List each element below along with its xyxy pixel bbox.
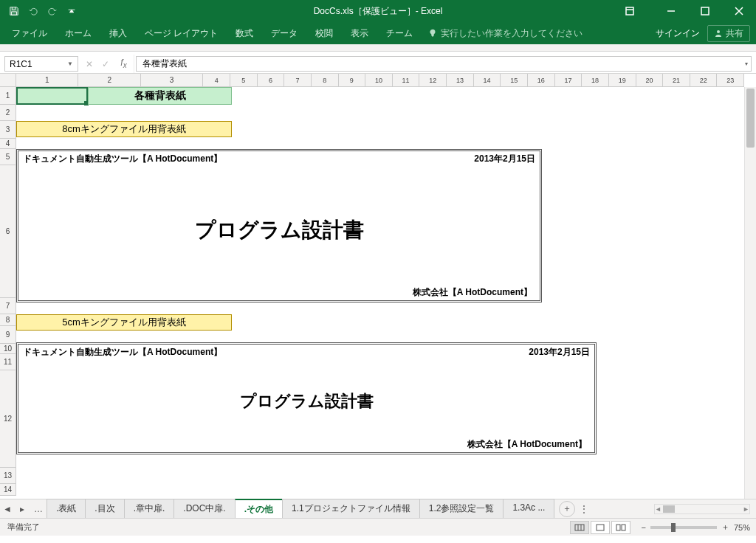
- row-header[interactable]: 1: [0, 87, 16, 105]
- sheet-tab[interactable]: .DOC中扉.: [173, 499, 235, 519]
- zoom-out-button[interactable]: −: [642, 523, 646, 532]
- doc8-company: 株式会社【A HotDocument】: [413, 286, 532, 299]
- column-header[interactable]: 15: [501, 74, 528, 86]
- title-cell[interactable]: 各種背表紙: [88, 87, 232, 105]
- scroll-thumb[interactable]: [746, 89, 755, 148]
- cancel-icon[interactable]: ✕: [81, 55, 97, 73]
- tab-insert[interactable]: 挿入: [100, 23, 136, 44]
- sign-in-link[interactable]: サインイン: [656, 27, 700, 40]
- row-header[interactable]: 14: [0, 484, 16, 496]
- view-normal-button[interactable]: [570, 521, 589, 534]
- row-header[interactable]: 6: [0, 165, 16, 298]
- new-sheet-button[interactable]: ＋: [559, 501, 575, 517]
- selected-cell[interactable]: [16, 87, 88, 105]
- row-header[interactable]: 3: [0, 121, 16, 139]
- column-header[interactable]: 22: [690, 74, 718, 86]
- column-header[interactable]: 20: [636, 74, 664, 86]
- view-page-break-button[interactable]: [611, 521, 630, 534]
- zoom-slider[interactable]: [650, 526, 717, 529]
- sheet-tab[interactable]: .その他: [235, 499, 283, 519]
- column-header[interactable]: 16: [528, 74, 555, 86]
- redo-icon[interactable]: [44, 3, 61, 19]
- tab-overflow-left[interactable]: …: [34, 504, 43, 514]
- close-button[interactable]: [722, 0, 756, 22]
- horizontal-scrollbar[interactable]: ◄►: [654, 504, 750, 514]
- column-header[interactable]: 10: [365, 74, 393, 86]
- row-header[interactable]: 10: [0, 344, 16, 354]
- maximize-button[interactable]: [688, 0, 722, 22]
- column-header[interactable]: 12: [419, 74, 447, 86]
- column-header[interactable]: 21: [663, 74, 690, 86]
- column-header[interactable]: 2: [78, 74, 140, 86]
- tab-page-layout[interactable]: ページ レイアウト: [136, 23, 227, 44]
- select-all-button[interactable]: [0, 74, 16, 87]
- undo-icon[interactable]: [25, 3, 41, 19]
- column-header[interactable]: 13: [447, 74, 474, 86]
- view-page-layout-button[interactable]: [591, 521, 610, 534]
- row-header[interactable]: 4: [0, 139, 16, 149]
- ribbon-display-options-icon[interactable]: [613, 0, 647, 22]
- column-header[interactable]: 9: [339, 74, 366, 86]
- enter-icon[interactable]: ✓: [97, 55, 114, 73]
- label-5cm[interactable]: 5cmキングファイル用背表紙: [16, 314, 232, 331]
- tab-scroll-prev[interactable]: ▸: [15, 504, 30, 514]
- column-header[interactable]: 6: [258, 74, 285, 86]
- tab-scroll-first[interactable]: ◄: [0, 504, 15, 514]
- name-box[interactable]: R1C1▼: [4, 56, 78, 72]
- tab-review[interactable]: 校閲: [306, 23, 342, 44]
- row-header[interactable]: 12: [0, 370, 16, 468]
- row-header[interactable]: 8: [0, 314, 16, 326]
- row-header[interactable]: 13: [0, 468, 16, 484]
- tab-file[interactable]: ファイル: [3, 23, 56, 44]
- row-header[interactable]: 9: [0, 326, 16, 344]
- row-header[interactable]: 11: [0, 354, 16, 370]
- row-header[interactable]: 2: [0, 105, 16, 121]
- spine-5cm-box[interactable]: ドキュメント自動生成ツール【A HotDocument】 2013年2月15日 …: [16, 342, 597, 454]
- sheet-tab[interactable]: 1.1プロジェクトファイル情報: [282, 499, 420, 519]
- column-header[interactable]: 23: [717, 74, 744, 86]
- column-header[interactable]: 18: [582, 74, 609, 86]
- label-8cm[interactable]: 8cmキングファイル用背表紙: [16, 121, 232, 137]
- sheet-canvas[interactable]: 各種背表紙 8cmキングファイル用背表紙 ドキュメント自動生成ツール【A Hot…: [16, 87, 744, 499]
- tab-overflow-right[interactable]: ⋮: [580, 504, 588, 514]
- sheet-tab[interactable]: 1.3Ac ...: [503, 499, 554, 519]
- tab-data[interactable]: データ: [262, 23, 306, 44]
- tab-formulas[interactable]: 数式: [227, 23, 262, 44]
- tell-me-search[interactable]: 実行したい作業を入力してください: [427, 27, 583, 40]
- column-headers[interactable]: 1234567891011121314151617181920212223: [16, 74, 744, 87]
- row-header[interactable]: 5: [0, 149, 16, 165]
- column-header[interactable]: 17: [555, 74, 583, 86]
- zoom-level[interactable]: 75%: [734, 523, 750, 532]
- column-header[interactable]: 11: [393, 74, 420, 86]
- qat-customize-icon[interactable]: [63, 3, 80, 19]
- zoom-in-button[interactable]: ＋: [721, 522, 729, 533]
- tell-me-placeholder: 実行したい作業を入力してください: [441, 27, 583, 40]
- svg-rect-3: [575, 525, 584, 530]
- sheet-tab[interactable]: .目次: [85, 499, 124, 519]
- row-headers[interactable]: 1234567891011121314: [0, 87, 16, 496]
- column-header[interactable]: 4: [203, 74, 230, 86]
- share-button[interactable]: 共有: [707, 25, 750, 42]
- vertical-scrollbar[interactable]: [744, 87, 756, 499]
- sheet-tab[interactable]: 1.2参照設定一覧: [419, 499, 504, 519]
- column-header[interactable]: 3: [141, 74, 203, 86]
- column-header[interactable]: 14: [474, 74, 501, 86]
- minimize-button[interactable]: [654, 0, 688, 22]
- column-header[interactable]: 7: [284, 74, 312, 86]
- tab-home[interactable]: ホーム: [56, 23, 100, 44]
- fx-icon[interactable]: fx: [114, 55, 134, 73]
- column-header[interactable]: 1: [16, 74, 78, 86]
- sheet-tab[interactable]: .章中扉.: [124, 499, 175, 519]
- formula-input[interactable]: 各種背表紙▾: [136, 56, 752, 72]
- tab-team[interactable]: チーム: [377, 23, 422, 44]
- sheet-tab[interactable]: .表紙: [47, 499, 86, 519]
- column-header[interactable]: 19: [609, 74, 636, 86]
- column-header[interactable]: 5: [230, 74, 258, 86]
- tab-view[interactable]: 表示: [342, 23, 377, 44]
- column-header[interactable]: 8: [312, 74, 339, 86]
- save-icon[interactable]: [6, 3, 22, 19]
- spine-8cm-box[interactable]: ドキュメント自動生成ツール【A HotDocument】 2013年2月15日 …: [16, 149, 542, 302]
- row-header[interactable]: 7: [0, 298, 16, 314]
- sheet-tab-bar: ◄ ▸ … .表紙.目次.章中扉..DOC中扉..その他1.1プロジェクトファイ…: [0, 499, 756, 518]
- worksheet-grid[interactable]: 1234567891011121314151617181920212223 12…: [0, 74, 756, 499]
